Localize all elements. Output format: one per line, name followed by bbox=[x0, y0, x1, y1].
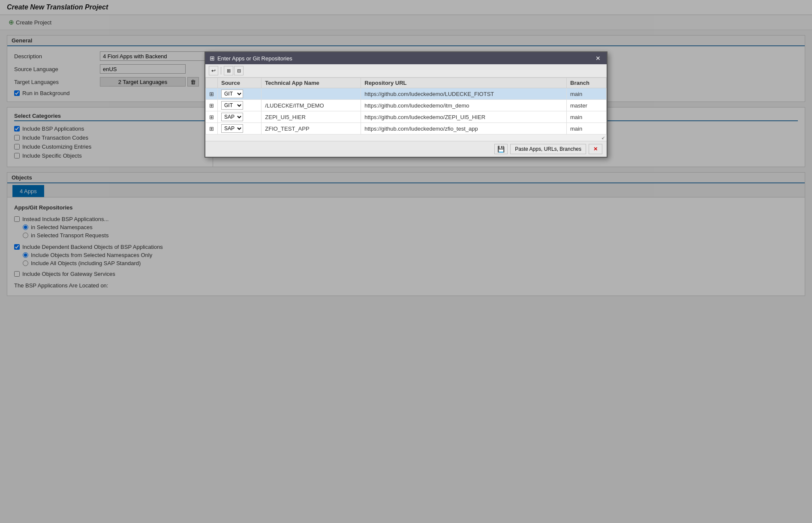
col-header-branch: Branch bbox=[567, 78, 607, 88]
row-source-1[interactable]: GITSAP bbox=[218, 100, 262, 111]
col-header-source: Source bbox=[218, 78, 262, 88]
source-select-1[interactable]: GITSAP bbox=[221, 101, 243, 110]
modal-save-button[interactable]: 💾 bbox=[494, 144, 508, 154]
row-branch-0: main bbox=[567, 88, 607, 100]
modal-close-button[interactable]: ✕ bbox=[594, 55, 602, 62]
row-app-name-1: /LUDECKE/ITM_DEMO bbox=[262, 100, 361, 111]
modal-footer: 💾 Paste Apps, URLs, Branches ✕ bbox=[205, 141, 607, 157]
save-icon: 💾 bbox=[497, 146, 505, 152]
modal-delete-row-button[interactable]: ⊟ bbox=[234, 66, 244, 75]
col-header-repo-url: Repository URL bbox=[361, 78, 567, 88]
row-icon-col-2: ⊞ bbox=[206, 111, 218, 123]
row-repo-url-1: https://github.com/ludeckedemo/itm_demo bbox=[361, 100, 567, 111]
repos-table-body: ⊞GITSAPhttps://github.com/ludeckedemo/LU… bbox=[206, 88, 607, 134]
row-icon-col-3: ⊞ bbox=[206, 123, 218, 134]
resize-handle: ↙ bbox=[205, 134, 607, 141]
table-row[interactable]: ⊞GITSAP/LUDECKE/ITM_DEMOhttps://github.c… bbox=[206, 100, 607, 111]
modal-titlebar: ⊞ Enter Apps or Git Repositories ✕ bbox=[205, 52, 607, 64]
source-select-2[interactable]: GITSAP bbox=[221, 113, 243, 121]
modal-title: Enter Apps or Git Repositories bbox=[217, 55, 292, 62]
modal-table-container: Source Technical App Name Repository URL… bbox=[205, 78, 607, 134]
modal-cancel-button[interactable]: ✕ bbox=[589, 144, 602, 154]
row-repo-url-0: https://github.com/ludeckedemo/LUDECKE_F… bbox=[361, 88, 567, 100]
modal-dialog: ⊞ Enter Apps or Git Repositories ✕ ↩ ⊞ ⊟ bbox=[205, 51, 607, 158]
row-app-name-2: ZEPI_UI5_HIER bbox=[262, 111, 361, 123]
modal-insert-row-button[interactable]: ⊞ bbox=[224, 66, 233, 75]
table-row[interactable]: ⊞GITSAPZEPI_UI5_HIERhttps://github.com/l… bbox=[206, 111, 607, 123]
col-header-app-name: Technical App Name bbox=[262, 78, 361, 88]
table-row[interactable]: ⊞GITSAPhttps://github.com/ludeckedemo/LU… bbox=[206, 88, 607, 100]
insert-row-icon: ⊞ bbox=[227, 68, 231, 74]
row-source-0[interactable]: GITSAP bbox=[218, 88, 262, 100]
modal-overlay: ⊞ Enter Apps or Git Repositories ✕ ↩ ⊞ ⊟ bbox=[0, 0, 812, 523]
modal-titlebar-left: ⊞ Enter Apps or Git Repositories bbox=[210, 55, 292, 62]
modal-toolbar: ↩ ⊞ ⊟ bbox=[205, 64, 607, 78]
row-branch-3: main bbox=[567, 123, 607, 134]
col-header-icon bbox=[206, 78, 218, 88]
cancel-icon: ✕ bbox=[593, 146, 598, 152]
row-repo-url-3: https://github.com/ludeckedemo/zfio_test… bbox=[361, 123, 567, 134]
row-icon-col-1: ⊞ bbox=[206, 100, 218, 111]
paste-apps-button[interactable]: Paste Apps, URLs, Branches bbox=[510, 144, 586, 154]
row-app-name-0 bbox=[262, 88, 361, 100]
row-icon-1: ⊞ bbox=[209, 102, 214, 109]
row-icon-2: ⊞ bbox=[209, 114, 214, 120]
row-source-3[interactable]: GITSAP bbox=[218, 123, 262, 134]
row-icon-0: ⊞ bbox=[209, 91, 214, 97]
row-icon-3: ⊞ bbox=[209, 126, 214, 132]
source-select-0[interactable]: GITSAP bbox=[221, 90, 243, 98]
modal-title-icon: ⊞ bbox=[210, 55, 215, 62]
delete-row-icon: ⊟ bbox=[237, 68, 241, 74]
source-select-3[interactable]: GITSAP bbox=[221, 124, 243, 133]
row-repo-url-2: https://github.com/ludeckedemo/ZEPI_UI5_… bbox=[361, 111, 567, 123]
row-source-2[interactable]: GITSAP bbox=[218, 111, 262, 123]
row-app-name-3: ZFIO_TEST_APP bbox=[262, 123, 361, 134]
toolbar-separator-1 bbox=[221, 67, 221, 75]
row-branch-1: master bbox=[567, 100, 607, 111]
table-row[interactable]: ⊞GITSAPZFIO_TEST_APPhttps://github.com/l… bbox=[206, 123, 607, 134]
modal-undo-button[interactable]: ↩ bbox=[209, 66, 218, 75]
repos-table: Source Technical App Name Repository URL… bbox=[205, 78, 607, 134]
row-branch-2: main bbox=[567, 111, 607, 123]
row-icon-col-0: ⊞ bbox=[206, 88, 218, 100]
undo-icon: ↩ bbox=[211, 68, 216, 74]
